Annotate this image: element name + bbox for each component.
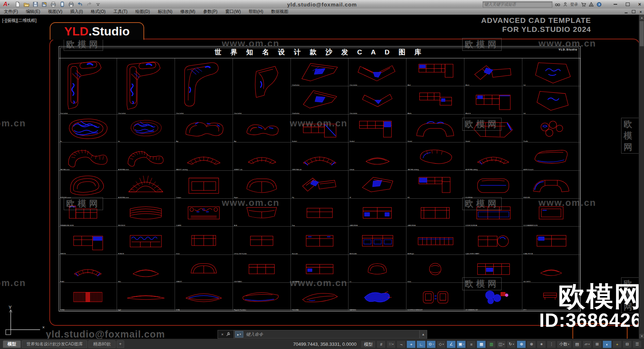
sofa-block[interactable]: Agi	[175, 115, 233, 142]
sofa-block[interactable]: Barcode	[291, 227, 349, 255]
sofa-block[interactable]: DREAMLINE-SIGN	[59, 199, 117, 227]
redo-icon[interactable]	[85, 1, 93, 8]
sofa-block[interactable]: Riguale Fastidion	[233, 283, 291, 311]
isolate-icon[interactable]: ◐	[602, 340, 612, 348]
sofa-block[interactable]: Ital	[522, 86, 580, 114]
selection-filter-icon[interactable]: ⊕	[517, 340, 526, 348]
sofa-block[interactable]: MJ	[406, 171, 464, 199]
autoscale-icon[interactable]: ⋮	[547, 340, 556, 348]
sofa-block[interactable]: Kap	[291, 199, 349, 227]
command-prompt-icon[interactable]: ▸▾	[235, 331, 243, 338]
sofa-block[interactable]: Fly	[291, 171, 349, 199]
minimize-button[interactable]	[614, 4, 617, 5]
command-history-toggle[interactable]: ▲	[419, 330, 427, 338]
search-input[interactable]	[483, 1, 552, 8]
sofa-block[interactable]: Drive	[175, 227, 233, 255]
polar-tracking-icon[interactable]: ⊙▾	[426, 340, 436, 348]
sofa-block[interactable]: Aleck b	[464, 86, 522, 114]
sofa-block[interactable]: ROBLIN	[117, 227, 175, 255]
sofa-block[interactable]: SU OHTO	[522, 255, 580, 283]
undo-icon[interactable]	[76, 1, 84, 8]
model-space-toggle[interactable]: 模型	[361, 340, 376, 348]
viewport-controls[interactable]: [-][俯视][二维线框]	[2, 18, 36, 24]
scale-select[interactable]: 小数▾	[557, 340, 572, 348]
sofa-block[interactable]: Santal	[464, 115, 522, 142]
sofa-block[interactable]: Eigen	[233, 171, 291, 199]
sofa-block[interactable]: IOTA	[175, 283, 233, 311]
sofa-block[interactable]: ALMORA coner	[117, 171, 175, 199]
qat-overflow-icon[interactable]	[94, 1, 102, 8]
sofa-block[interactable]: AmDouble	[348, 227, 406, 255]
menu-6[interactable]: 工具(T)	[109, 9, 131, 15]
signin-label[interactable]: 登录	[570, 2, 578, 7]
menu-7[interactable]: 绘图(D)	[131, 9, 154, 15]
selection-cycling-icon[interactable]: ▥	[487, 340, 496, 348]
sofa-block[interactable]: OrtaKoltuk	[291, 86, 349, 114]
save-as-icon[interactable]	[40, 1, 48, 8]
sofa-block[interactable]: Orta koltuk	[117, 58, 175, 115]
transparency-icon[interactable]: ▦	[477, 340, 486, 348]
units-icon[interactable]: ▤	[572, 340, 582, 348]
menu-8[interactable]: 标注(N)	[154, 9, 176, 15]
sofa-block[interactable]: VERONA sab	[291, 142, 349, 170]
lineweight-icon[interactable]: ≡	[467, 340, 476, 348]
sofa-block[interactable]: Ital	[522, 58, 580, 86]
menu-13[interactable]: 数据视图	[267, 9, 292, 15]
sofa-block[interactable]: VIBEZIT	[175, 255, 233, 283]
sofa-block[interactable]: RUB HIN	[522, 171, 580, 199]
sofa-block[interactable]: LH fau SS Fastide	[233, 227, 291, 255]
snap-icon[interactable]: ∷▾	[386, 340, 396, 348]
object-snap-tracking-icon[interactable]: ∠	[447, 340, 456, 348]
layout-tab-1[interactable]: 模型	[3, 340, 21, 348]
menu-11[interactable]: 窗口(W)	[221, 9, 245, 15]
new-file-icon[interactable]	[14, 1, 21, 8]
sofa-block[interactable]: Le	[348, 255, 406, 283]
sofa-block[interactable]: DJI	[464, 255, 522, 283]
menu-12[interactable]: 帮助(H)	[245, 9, 267, 15]
sofa-block[interactable]: Santal	[406, 115, 464, 142]
sofa-block[interactable]: DJAm ROCA	[522, 227, 580, 255]
graphics-performance-icon[interactable]: +	[613, 340, 622, 348]
drawing-canvas[interactable]: [-][俯视][二维线框] ADVANCED CAD TEMPLATEFOR Y…	[0, 15, 644, 339]
publish-icon[interactable]	[58, 1, 66, 8]
plot-icon[interactable]	[49, 1, 57, 8]
sofa-block[interactable]: RnAD	[59, 255, 117, 283]
sofa-block[interactable]: UT ZIMMERL INT	[464, 283, 522, 311]
cart-icon[interactable]	[581, 2, 586, 7]
restore-button[interactable]	[626, 3, 630, 6]
sofa-block[interactable]: Orta koltuk	[175, 58, 233, 115]
sofa-block[interactable]: Orta koltuk	[348, 86, 406, 114]
clean-screen-icon[interactable]: ⊟	[623, 340, 632, 348]
menu-3[interactable]: 视图(V)	[44, 9, 66, 15]
sofa-block[interactable]: bo	[117, 115, 175, 142]
vertical-scrollbar[interactable]: ▲ ▼	[639, 15, 644, 339]
signin-user-icon[interactable]	[563, 2, 568, 7]
scroll-thumb[interactable]	[639, 21, 644, 47]
workspace-icon[interactable]: ▱▾	[582, 340, 592, 348]
doc-minimize-button[interactable]	[625, 13, 628, 13]
sofa-block[interactable]: Abel	[406, 58, 464, 86]
isodraft-icon[interactable]: ◇▾	[436, 340, 446, 348]
sofa-block[interactable]: DODHI NORDIA	[464, 199, 522, 227]
sofa-block[interactable]: AUROOcoach	[522, 142, 580, 170]
sofa-block[interactable]: ICE PIANO	[233, 255, 291, 283]
menu-1[interactable]: 文件(F)	[0, 9, 22, 15]
gizmo-icon[interactable]: ⊗	[527, 340, 536, 348]
app-logo-icon[interactable]: A▾	[1, 0, 11, 8]
layout-tab-2[interactable]: 世界知名设计款沙发CAD图库	[22, 340, 87, 348]
sofa-block[interactable]: RH KNOX	[117, 199, 175, 227]
dynamic-input-icon[interactable]: +	[406, 340, 416, 348]
annotation-monitor-icon[interactable]: ⊞	[592, 340, 602, 348]
sofa-block[interactable]: DJ ERN DOMINIGHT	[406, 283, 464, 311]
annotation-visibility-icon[interactable]: ∗	[537, 340, 546, 348]
sofa-block[interactable]: W	[348, 171, 406, 199]
menu-4[interactable]: 插入(I)	[66, 9, 87, 15]
object-snap-icon[interactable]: ▣▾	[457, 340, 466, 348]
grid-icon[interactable]: #	[376, 340, 386, 348]
sofa-block[interactable]: LCOMBED	[291, 255, 349, 283]
sofa-block[interactable]: bo	[59, 115, 117, 142]
layout-tab-3[interactable]: 精选80款	[88, 340, 115, 348]
save-icon[interactable]	[31, 1, 39, 8]
sofa-block[interactable]: DYNS	[59, 283, 117, 311]
doc-restore-button[interactable]	[632, 10, 635, 13]
